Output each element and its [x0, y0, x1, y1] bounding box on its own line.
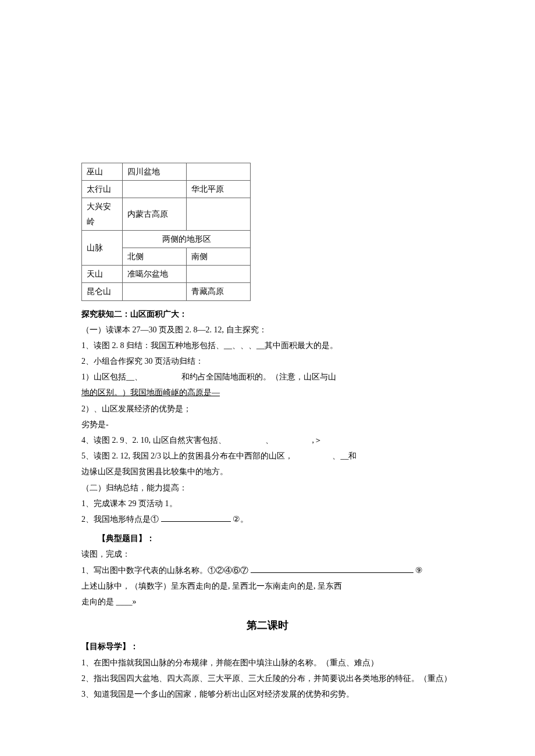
section2-item5c: 边缘山区是我国贫困县比较集中的地方。	[81, 464, 454, 479]
lesson2-goal2: 2、指出我国四大盆地、四大高原、三大平原、三大丘陵的分布，并简要说出各类地形的特…	[81, 671, 454, 686]
lesson2-title: 第二课时	[81, 616, 454, 635]
text-fragment: 2、我国地形特点是①	[81, 515, 161, 524]
table-row: 天山 准噶尔盆地	[82, 266, 251, 283]
lesson2-goal1: 1、在图中指就我国山脉的分布规律，并能在图中填注山脉的名称。（重点、难点）	[81, 655, 454, 670]
section2-item2-2a: 2）、山区发展经济的优势是；	[81, 402, 454, 416]
cell-header: 北侧	[123, 248, 187, 265]
section2-item2-1: 1）山区包括__、 和约占全国陆地面积的。（注意，山区与山	[81, 370, 454, 384]
lesson2-goal-title: 【目标导学】：	[81, 639, 454, 654]
terrain-table: 巫山 四川盆地 太行山 华北平原 大兴安岭 内蒙古高原 山脉 两侧的地形区 北侧…	[81, 163, 251, 301]
table-header-row: 山脉 两侧的地形区	[82, 230, 251, 248]
table-row: 巫山 四川盆地	[82, 163, 251, 181]
cell-terrain: 华北平原	[187, 181, 251, 198]
typical-title: 【典型题目】：	[81, 531, 454, 546]
cell-mountain: 太行山	[82, 181, 123, 198]
typical-q1d: 走向的是 ____»	[81, 594, 454, 609]
section2-item4: 4、读图 2. 9、2. 10, 山区自然灾害包括、 、 ,＞	[81, 433, 454, 447]
blank-line	[251, 572, 413, 573]
text-fragment: 、__和	[332, 452, 356, 460]
text-fragment: 、	[265, 436, 273, 445]
lesson2-goal3: 3、知道我国是一个多山的国家，能够分析出山区对经济发展的优势和劣势。	[81, 687, 454, 701]
cell-mountain: 昆仑山	[82, 283, 123, 300]
blank-line	[161, 521, 231, 522]
typical-q1c: 上述山脉中，（填数字）呈东西走向的是, 呈西北一东南走向的是, 呈东西	[81, 579, 454, 593]
section2-item1: 1、读图 2. 8 归结：我国五种地形包括、__、、、__其中面积最大的是。	[81, 338, 454, 353]
text-fragment: ⑨	[415, 566, 423, 575]
cell-terrain	[187, 266, 251, 283]
section2-part2-1: 1、完成课本 29 页活动 1。	[81, 496, 454, 511]
cell-terrain	[123, 181, 187, 198]
cell-mountain: 大兴安岭	[82, 198, 123, 230]
section2-item2-2b: 劣势是-	[81, 417, 454, 432]
cell-terrain: 青藏高原	[187, 283, 251, 300]
text-fragment: 1、写出图中数字代表的山脉名称。①②④⑥⑦	[81, 566, 248, 575]
text-fragment: 1）山区包括__、	[81, 372, 142, 381]
section2-item2: 2、小组合作探究 30 页活动归结：	[81, 354, 454, 368]
typical-intro: 读图，完成：	[81, 547, 454, 561]
typical-q1: 1、写出图中数字代表的山脉名称。①②④⑥⑦ ⑨	[81, 563, 454, 578]
section2-part2-intro: （二）归纳总结，能力提高：	[81, 481, 454, 495]
cell-terrain: 内蒙古高原	[123, 198, 187, 230]
table-row: 昆仑山 青藏高原	[82, 283, 251, 300]
cell-terrain: 四川盆地	[123, 163, 187, 181]
text-fragment: 和约占全国陆地面积的。（注意，山区与山	[181, 372, 336, 381]
cell-header: 南侧	[187, 248, 251, 265]
cell-mountain: 天山	[82, 266, 123, 283]
cell-terrain	[187, 163, 251, 181]
table-row: 太行山 华北平原	[82, 181, 251, 198]
cell-mountain: 巫山	[82, 163, 123, 181]
cell-terrain	[187, 198, 251, 230]
text-fragment: 5、读图 2. 12, 我国 2/3 以上的贫困县分布在中西部的山区，	[81, 452, 293, 460]
text-fragment: ②。	[233, 515, 248, 524]
section2-item2-1c: 地的区别。）我国地面崎岖的高原是—	[81, 385, 454, 400]
table-row: 大兴安岭 内蒙古高原	[82, 198, 251, 230]
text-fragment: ,＞	[312, 436, 323, 445]
text-fragment: 4、读图 2. 9、2. 10, 山区自然灾害包括、	[81, 436, 226, 445]
cell-header: 两侧的地形区	[123, 230, 251, 248]
section2-part2-2: 2、我国地形特点是① ②。	[81, 512, 454, 526]
text-fragment-underline: 地的区别。）我国地面崎岖的高原是—	[81, 388, 220, 397]
cell-header: 山脉	[82, 230, 123, 265]
cell-terrain: 准噶尔盆地	[123, 266, 187, 283]
section2-part1-intro: （一）读课本 27—30 页及图 2. 8—2. 12, 自主探究：	[81, 323, 454, 337]
section2-title: 探究获知二：山区面积广大：	[81, 307, 454, 321]
section2-item5: 5、读图 2. 12, 我国 2/3 以上的贫困县分布在中西部的山区， 、__和	[81, 449, 454, 463]
cell-terrain	[123, 283, 187, 300]
